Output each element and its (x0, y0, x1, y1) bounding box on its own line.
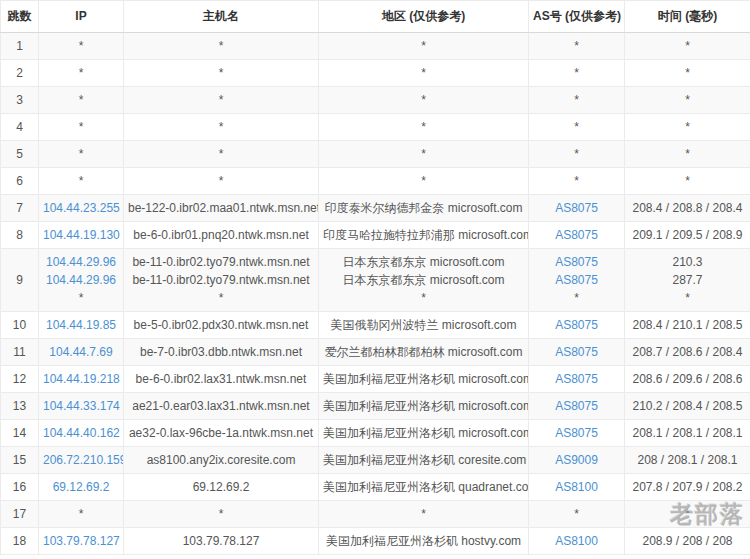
table-row-hop-10: 10104.44.19.85be-5-0.ibr02.pdx30.ntwk.ms… (1, 312, 750, 339)
host-cell: be-122-0.ibr02.maa01.ntwk.msn.net (124, 195, 319, 222)
hop-value: 1 (5, 37, 34, 55)
as-cell: * (529, 141, 625, 168)
region-cell: 美国加利福尼亚州洛杉矶 hostvy.com (319, 528, 529, 555)
hop-value: 11 (5, 343, 34, 361)
as-number-link[interactable]: AS8075 (555, 255, 598, 269)
hop-value: 2 (5, 64, 34, 82)
table-row-hop-6: 6***** (1, 168, 750, 195)
time-value: 208.1 / 208.1 / 208.1 (629, 424, 746, 442)
as-number-link[interactable]: AS8100 (555, 480, 598, 494)
ip-cell: 104.44.19.218 (39, 366, 124, 393)
host-value: 103.79.78.127 (128, 532, 314, 550)
ip-link[interactable]: 206.72.210.159 (43, 453, 124, 467)
as-number-link[interactable]: AS8075 (555, 318, 598, 332)
ip-link[interactable]: 104.44.19.85 (46, 318, 116, 332)
table-row-hop-1: 1***** (1, 33, 750, 60)
hop-cell: 3 (1, 87, 39, 114)
ip-cell: 104.44.40.162 (39, 420, 124, 447)
time-value: * (629, 118, 746, 136)
column-header-region: 地区 (仅供参考) (319, 1, 529, 33)
as-value: * (533, 91, 620, 109)
host-cell: * (124, 168, 319, 195)
host-value: be-11-0.ibr02.tyo79.ntwk.msn.net (128, 271, 314, 289)
time-cell: 208.1 / 208.1 / 208.1 (625, 420, 750, 447)
hop-cell: 2 (1, 60, 39, 87)
as-value: * (533, 172, 620, 190)
column-header-ip: IP (39, 1, 124, 33)
region-cell: 爱尔兰都柏林郡都柏林 microsoft.com (319, 339, 529, 366)
hop-value: 7 (5, 199, 34, 217)
region-value: 美国俄勒冈州波特兰 microsoft.com (323, 316, 524, 334)
as-number-link[interactable]: AS8075 (555, 372, 598, 386)
as-number-link[interactable]: AS8100 (555, 534, 598, 548)
as-cell: * (529, 114, 625, 141)
as-cell: AS8075 (529, 420, 625, 447)
as-cell: * (529, 168, 625, 195)
as-number-link[interactable]: AS8075 (555, 399, 598, 413)
as-value: * (533, 289, 620, 307)
time-value: * (629, 37, 746, 55)
region-cell: 美国加利福尼亚州洛杉矶 quadranet.com (319, 474, 529, 501)
region-value: 印度马哈拉施特拉邦浦那 microsoft.com (323, 226, 524, 244)
host-value: be-122-0.ibr02.maa01.ntwk.msn.net (128, 199, 314, 217)
ip-link[interactable]: 103.79.78.127 (43, 534, 120, 548)
as-value: * (533, 505, 620, 523)
hop-cell: 8 (1, 222, 39, 249)
time-cell: 208 / 208.1 / 208.1 (625, 447, 750, 474)
hop-value: 18 (5, 532, 34, 550)
hop-cell: 11 (1, 339, 39, 366)
host-cell: * (124, 114, 319, 141)
region-value: 日本东京都东京 microsoft.com (323, 271, 524, 289)
time-value: 208.4 / 208.8 / 208.4 (629, 199, 746, 217)
as-number-link[interactable]: AS8075 (555, 345, 598, 359)
ip-link[interactable]: 104.44.33.174 (43, 399, 120, 413)
ip-link[interactable]: 104.44.23.255 (43, 201, 120, 215)
as-number-link[interactable]: AS8075 (555, 228, 598, 242)
as-cell: AS8075 (529, 312, 625, 339)
host-value: * (128, 289, 314, 307)
host-value: * (128, 37, 314, 55)
host-value: * (128, 64, 314, 82)
hop-value: 4 (5, 118, 34, 136)
ip-cell: 104.44.7.69 (39, 339, 124, 366)
ip-cell: * (39, 87, 124, 114)
table-header: 跳数IP主机名地区 (仅供参考)AS号 (仅供参考)时间 (毫秒) (1, 1, 750, 33)
as-number-link[interactable]: AS8075 (555, 426, 598, 440)
as-value: * (533, 37, 620, 55)
as-number-link[interactable]: AS9009 (555, 453, 598, 467)
time-cell: * (625, 501, 750, 528)
host-cell: be-6-0.ibr01.pnq20.ntwk.msn.net (124, 222, 319, 249)
hop-cell: 10 (1, 312, 39, 339)
as-number-link[interactable]: AS8075 (555, 273, 598, 287)
table-row-hop-14: 14104.44.40.162ae32-0.lax-96cbe-1a.ntwk.… (1, 420, 750, 447)
ip-value: * (43, 289, 119, 307)
ip-value: * (43, 505, 119, 523)
host-value: be-7-0.ibr03.dbb.ntwk.msn.net (128, 343, 314, 361)
ip-link[interactable]: 104.44.40.162 (43, 426, 120, 440)
ip-link[interactable]: 104.44.7.69 (49, 345, 112, 359)
ip-link[interactable]: 104.44.19.130 (43, 228, 120, 242)
host-cell: * (124, 33, 319, 60)
ip-link[interactable]: 104.44.29.96 (46, 255, 116, 269)
ip-cell: * (39, 141, 124, 168)
hop-cell: 12 (1, 366, 39, 393)
ip-cell: 206.72.210.159 (39, 447, 124, 474)
time-cell: * (625, 114, 750, 141)
ip-link[interactable]: 69.12.69.2 (53, 480, 110, 494)
ip-cell: 104.44.33.174 (39, 393, 124, 420)
host-cell: * (124, 60, 319, 87)
hop-cell: 17 (1, 501, 39, 528)
time-cell: 208.4 / 208.8 / 208.4 (625, 195, 750, 222)
ip-link[interactable]: 104.44.19.218 (43, 372, 120, 386)
region-cell: * (319, 168, 529, 195)
time-value: 208 / 208.1 / 208.1 (629, 451, 746, 469)
as-number-link[interactable]: AS8075 (555, 201, 598, 215)
region-value: 爱尔兰都柏林郡都柏林 microsoft.com (323, 343, 524, 361)
region-cell: * (319, 60, 529, 87)
region-cell: * (319, 501, 529, 528)
table-row-hop-16: 1669.12.69.269.12.69.2美国加利福尼亚州洛杉矶 quadra… (1, 474, 750, 501)
ip-link[interactable]: 104.44.29.96 (46, 273, 116, 287)
host-value: be-6-0.ibr02.lax31.ntwk.msn.net (128, 370, 314, 388)
as-cell: * (529, 501, 625, 528)
hop-cell: 9 (1, 249, 39, 312)
